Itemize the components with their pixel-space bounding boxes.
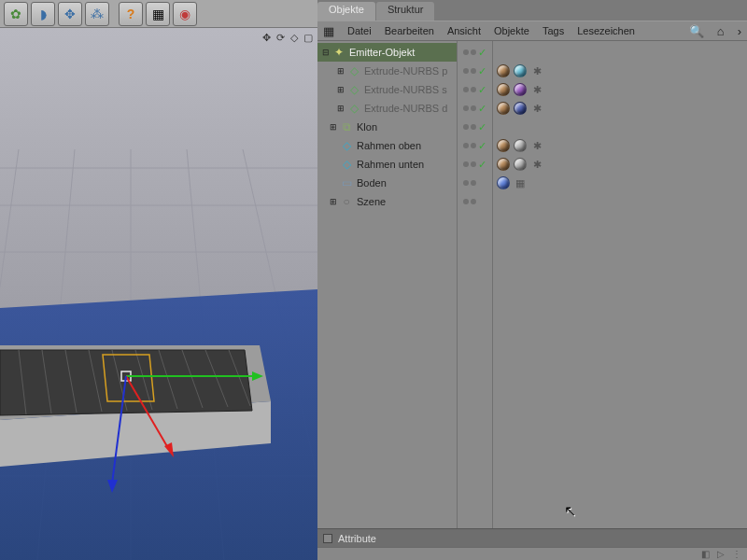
vis-row[interactable]: ✓ bbox=[458, 136, 492, 155]
tree-label: Extrude-NURBS s bbox=[364, 84, 447, 95]
phong-tag-icon[interactable]: ✱ bbox=[530, 158, 543, 171]
grid-tool-button[interactable]: ▦ bbox=[146, 2, 170, 26]
flower-tool-button[interactable]: ✿ bbox=[4, 2, 28, 26]
attribute-bar[interactable]: Attribute bbox=[317, 528, 747, 547]
clone-icon: ⧉ bbox=[340, 120, 353, 133]
collapse-icon[interactable]: ⊟ bbox=[321, 48, 331, 57]
nurbs-icon: ◇ bbox=[347, 102, 360, 115]
compositing-tag-icon[interactable]: ▦ bbox=[514, 176, 527, 189]
material-tag-icon[interactable] bbox=[514, 64, 527, 77]
globe-tool-button[interactable]: ◉ bbox=[173, 2, 197, 26]
phong-tag-icon[interactable]: ✱ bbox=[530, 83, 543, 96]
vis-row[interactable]: ✓ bbox=[458, 43, 492, 62]
expand-icon[interactable]: ⊞ bbox=[329, 197, 338, 206]
status-icon[interactable]: ▷ bbox=[717, 549, 725, 559]
home-icon[interactable]: ⌂ bbox=[717, 24, 725, 38]
tag-row bbox=[493, 118, 747, 136]
tag-row[interactable]: ✱ bbox=[493, 62, 747, 80]
tree-item-emitter[interactable]: ⊟ ✦ Emitter-Objekt bbox=[317, 43, 457, 62]
tree-label: Rahmen unten bbox=[357, 159, 424, 170]
tag-row[interactable]: ✱ bbox=[493, 155, 747, 174]
tree-label: Szene bbox=[357, 196, 386, 207]
object-manager-panel: Objekte Struktur ▦ Datei Bearbeiten Ansi… bbox=[317, 0, 747, 560]
tab-objekte[interactable]: Objekte bbox=[317, 2, 375, 21]
menu-lesezeichen[interactable]: Lesezeichen bbox=[577, 25, 635, 36]
tree-label: Rahmen oben bbox=[357, 140, 421, 151]
attribute-checkbox[interactable] bbox=[323, 534, 332, 543]
material-tag-icon[interactable] bbox=[514, 139, 527, 152]
vis-row[interactable]: ✓ bbox=[458, 155, 492, 174]
particles-tool-button[interactable]: ⁂ bbox=[85, 2, 109, 26]
tree-item-extrude-s[interactable]: ⊞ ◇ Extrude-NURBS s bbox=[317, 80, 457, 99]
material-tag-icon[interactable] bbox=[497, 83, 510, 96]
expand-icon[interactable]: ⊞ bbox=[336, 85, 345, 94]
material-tag-icon[interactable] bbox=[497, 176, 510, 189]
tree-label: Extrude-NURBS p bbox=[364, 65, 447, 77]
search-icon[interactable]: 🔍 bbox=[689, 24, 704, 38]
tree-item-klon[interactable]: ⊞ ⧉ Klon bbox=[317, 118, 457, 136]
tree-column: ⊟ ✦ Emitter-Objekt ⊞ ◇ Extrude-NURBS p ⊞… bbox=[317, 41, 458, 528]
emitter-icon: ✦ bbox=[332, 46, 345, 59]
tree-item-rahmen-unten[interactable]: ◇ Rahmen unten bbox=[317, 155, 457, 174]
tree-item-boden[interactable]: ▭ Boden bbox=[317, 174, 457, 192]
viewport-3d[interactable]: ✥ ⟳ ◇ ▢ bbox=[0, 28, 317, 560]
material-tag-icon[interactable] bbox=[514, 158, 527, 171]
vis-row[interactable] bbox=[458, 192, 492, 211]
tags-column: ✱ ✱ ✱ ✱ ✱ bbox=[493, 41, 747, 528]
tree-label: Klon bbox=[357, 121, 377, 133]
expand-icon[interactable]: ⊞ bbox=[336, 104, 345, 113]
menu-datei[interactable]: Datei bbox=[347, 25, 372, 36]
nurbs-icon: ◇ bbox=[347, 83, 360, 96]
vis-row[interactable]: ✓ bbox=[458, 99, 492, 118]
nurbs-icon: ◇ bbox=[347, 64, 360, 77]
material-tag-icon[interactable] bbox=[497, 139, 510, 152]
tag-row[interactable]: ▦ bbox=[493, 174, 747, 192]
main-toolbar: ✿ ◗ ✥ ⁂ ? ▦ ◉ bbox=[0, 0, 317, 28]
phong-tag-icon[interactable]: ✱ bbox=[530, 102, 543, 115]
tree-item-szene[interactable]: ⊞ ○ Szene bbox=[317, 192, 457, 211]
panel-tabs: Objekte Struktur bbox=[317, 0, 747, 21]
tag-row bbox=[493, 43, 747, 62]
tree-label: Boden bbox=[357, 177, 387, 189]
zoom-icon[interactable]: ◇ bbox=[289, 32, 300, 43]
material-tag-icon[interactable] bbox=[497, 64, 510, 77]
vis-row[interactable]: ✓ bbox=[458, 62, 492, 80]
vis-row[interactable] bbox=[458, 174, 492, 192]
phong-tag-icon[interactable]: ✱ bbox=[530, 64, 543, 77]
menu-ansicht[interactable]: Ansicht bbox=[447, 25, 481, 36]
primitive-tool-button[interactable]: ◗ bbox=[31, 2, 55, 26]
move-icon[interactable]: ✥ bbox=[261, 32, 272, 43]
material-tag-icon[interactable] bbox=[497, 158, 510, 171]
viewport-nav-icons: ✥ ⟳ ◇ ▢ bbox=[261, 32, 314, 43]
tree-item-rahmen-oben[interactable]: ◇ Rahmen oben bbox=[317, 136, 457, 155]
vis-row[interactable]: ✓ bbox=[458, 80, 492, 99]
chevron-right-icon[interactable]: › bbox=[738, 24, 741, 38]
expand-icon[interactable]: ⊞ bbox=[336, 66, 345, 76]
visibility-column: ✓ ✓ ✓ ✓ ✓ ✓ ✓ bbox=[458, 41, 493, 528]
grid-icon[interactable]: ▦ bbox=[323, 24, 334, 38]
menu-bearbeiten[interactable]: Bearbeiten bbox=[385, 25, 434, 36]
null-icon: ○ bbox=[340, 195, 353, 208]
arrows-tool-button[interactable]: ✥ bbox=[58, 2, 82, 26]
tag-row[interactable]: ✱ bbox=[493, 99, 747, 118]
phong-tag-icon[interactable]: ✱ bbox=[530, 139, 543, 152]
object-list: ⊟ ✦ Emitter-Objekt ⊞ ◇ Extrude-NURBS p ⊞… bbox=[317, 41, 747, 528]
status-icon[interactable]: ◧ bbox=[701, 549, 710, 559]
menu-objekte[interactable]: Objekte bbox=[494, 25, 529, 36]
help-tool-button[interactable]: ? bbox=[119, 2, 143, 26]
expand-icon[interactable]: ⊞ bbox=[329, 122, 338, 132]
maximize-icon[interactable]: ▢ bbox=[303, 32, 314, 43]
material-tag-icon[interactable] bbox=[514, 102, 527, 115]
tree-label: Extrude-NURBS d bbox=[364, 103, 447, 114]
menu-tags[interactable]: Tags bbox=[543, 25, 564, 36]
material-tag-icon[interactable] bbox=[514, 83, 527, 96]
tag-row[interactable]: ✱ bbox=[493, 136, 747, 155]
status-icon[interactable]: ⋮ bbox=[732, 549, 741, 559]
material-tag-icon[interactable] bbox=[497, 102, 510, 115]
tree-item-extrude-p[interactable]: ⊞ ◇ Extrude-NURBS p bbox=[317, 62, 457, 80]
tag-row[interactable]: ✱ bbox=[493, 80, 747, 99]
tab-struktur[interactable]: Struktur bbox=[376, 2, 435, 21]
tree-item-extrude-d[interactable]: ⊞ ◇ Extrude-NURBS d bbox=[317, 99, 457, 118]
rotate-icon[interactable]: ⟳ bbox=[275, 32, 286, 43]
vis-row[interactable]: ✓ bbox=[458, 118, 492, 136]
